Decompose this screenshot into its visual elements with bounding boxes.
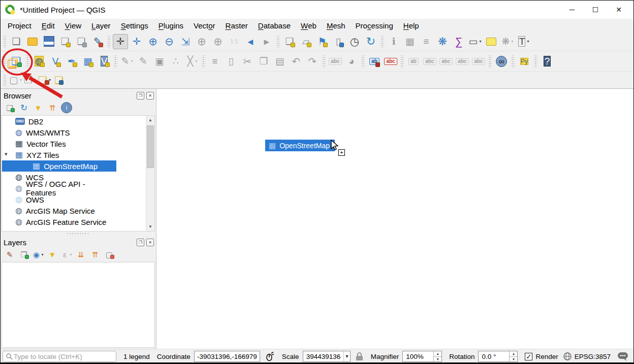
zoom-last-button[interactable]: ◀ [243,34,258,49]
magnifier-spinbox[interactable]: 100% ▲▼ [402,351,442,362]
menu-processing[interactable]: Processing [351,19,398,32]
spin-down-icon[interactable]: ▼ [434,357,441,362]
dropdown-arrow-icon[interactable]: ▾ [527,39,529,44]
new-spatial-bookmark-button[interactable]: ❏ [282,34,297,49]
remove-layer-group-button[interactable]: ▢ [103,249,115,260]
zoom-in-button[interactable]: ⊕ [145,34,161,49]
scrollbar-thumb[interactable] [147,125,154,168]
menu-edit[interactable]: Edit [37,19,60,32]
crs-status-button[interactable]: EPSG:3857 [575,353,611,360]
refresh-map-button[interactable]: ↻ [363,34,378,49]
open-project-button[interactable] [25,34,40,49]
messages-icon[interactable] [617,352,628,361]
browser-item-wms-wmts[interactable]: ◍WMS/WMTS [2,127,116,138]
expander-icon[interactable]: ▾ [5,151,8,157]
new-print-layout-button[interactable]: ❏ [57,34,73,49]
browser-float-button[interactable]: ❐ [137,92,144,100]
deselect-features-from-all-layers-button[interactable]: ❏▾ [38,74,51,87]
open-layer-styling-panel-button[interactable]: ✎ [4,249,16,260]
add-group-button[interactable]: ❐ [18,249,30,260]
dropdown-arrow-icon[interactable]: ▾ [34,78,36,82]
new-shapefile-layer-button[interactable]: V [48,54,63,69]
browser-scrollbar[interactable]: ▲ ▼ [146,116,154,231]
python-console-button[interactable]: Py [517,54,532,69]
dropdown-arrow-icon[interactable]: ▾ [20,78,22,82]
extents-toggle-icon[interactable] [265,351,275,361]
new-project-button[interactable]: ❏ [9,34,24,49]
locator-input[interactable] [13,352,116,361]
help-contents-button[interactable]: ? [540,54,555,69]
dropdown-arrow-icon[interactable]: ▾ [195,59,197,63]
browser-item-arcgis-map-service[interactable]: ◍ArcGIS Map Service [2,205,116,216]
zoom-full-button[interactable]: ⇲ [178,34,193,49]
browser-item-db2[interactable]: DB2DB2 [2,116,116,127]
statistical-summary-button[interactable]: ∑ [451,34,466,49]
spin-up-icon[interactable]: ▲ [434,351,441,357]
browser-item-wfs-ogc-api-features[interactable]: ◍WFS / OGC API - Features [2,183,116,194]
layers-close-button[interactable]: ✕ [146,239,154,246]
dropdown-arrow-icon[interactable]: ▾ [70,252,72,257]
browser-refresh-button[interactable]: ↻ [18,102,30,113]
text-annotation-button[interactable]: T▾ [516,34,531,49]
browser-filter-button[interactable]: ▼ [32,102,44,113]
render-checkbox[interactable]: ✓ Render [525,353,558,360]
zoom-out-button[interactable]: ⊖ [162,34,177,49]
menu-database[interactable]: Database [253,19,296,32]
browser-item-openstreetmap[interactable]: ▦OpenStreetMap [2,160,116,172]
menu-plugins[interactable]: Plugins [153,19,188,32]
menu-settings[interactable]: Settings [116,19,153,32]
menu-raster[interactable]: Raster [220,19,253,32]
layers-list-empty[interactable] [2,262,155,348]
new-geopackage-layer-button[interactable]: ◍ [31,54,47,69]
menu-project[interactable]: Project [3,19,37,32]
browser-item-xyz-tiles[interactable]: ▾▦XYZ Tiles [2,149,116,160]
maximize-button[interactable]: ☐ [584,1,607,19]
dropdown-arrow-icon[interactable]: ▾ [479,39,481,44]
manage-map-themes-button[interactable]: ◉▾ [32,249,44,260]
menu-view[interactable]: View [60,19,87,32]
expand-all-layers-button[interactable]: ⇊ [75,249,87,260]
menu-mesh[interactable]: Mesh [322,19,351,32]
rotation-spinbox[interactable]: 0.0 ° ▲▼ [478,351,518,362]
collapse-all-layers-button[interactable]: ⇈ [89,249,101,260]
show-bookmarks-button[interactable]: ▯ [331,34,346,49]
style-manager-button[interactable]: ✎ [90,34,105,49]
dropdown-arrow-icon[interactable]: ▾ [41,252,43,257]
layer-labeling-options-button[interactable]: ab [367,54,382,69]
filter-legend-button[interactable]: ▼ [46,249,58,260]
spin-up-icon[interactable]: ▲ [510,351,517,357]
map-tips-button[interactable] [484,34,499,49]
measure-line-button[interactable]: ▭▾ [467,34,483,49]
layers-float-button[interactable]: ❐ [137,239,144,246]
menu-vector[interactable]: Vector [188,19,220,32]
dropdown-arrow-icon[interactable]: ▾ [131,59,133,63]
menu-web[interactable]: Web [296,19,322,32]
lock-scale-icon[interactable] [355,352,364,361]
processing-toolbox-button[interactable]: ❋ [435,34,450,49]
browser-close-button[interactable]: ✕ [146,92,154,100]
menu-layer[interactable]: Layer [86,19,116,32]
new-virtual-layer-button[interactable]: ▦ [80,54,96,69]
dropdown-arrow-icon[interactable]: ▾ [511,39,513,44]
layer-diagram-options-button[interactable]: abc [383,54,398,69]
browser-item-vector-tiles[interactable]: ▦Vector Tiles [2,138,116,149]
temporal-controller-panel-button[interactable]: ◷ [347,34,362,49]
minimize-button[interactable]: ─ [560,1,584,19]
chevron-down-icon[interactable]: ▼ [343,351,350,361]
show-layout-manager-button[interactable]: ❏ [74,34,89,49]
open-data-source-manager-button[interactable]: ❏ [9,54,24,69]
panel-splitter[interactable] [1,231,156,236]
coordinate-input[interactable] [194,351,260,362]
map-canvas[interactable]: ▦ OpenStreetMap + [156,89,633,349]
pan-map-button[interactable]: ✛ [113,34,128,49]
scroll-down-icon[interactable]: ▼ [146,222,154,231]
close-button[interactable]: ✕ [607,1,630,19]
select-features-by-value-button[interactable]: ❏ [52,74,66,87]
save-project-button[interactable]: ▬ [41,34,56,49]
new-temporary-scratch-layer-button[interactable]: V [97,54,112,69]
locator-search[interactable] [3,351,116,362]
scroll-up-icon[interactable]: ▲ [146,116,154,124]
scale-combobox[interactable]: 394439136 ▼ [303,351,351,362]
spin-down-icon[interactable]: ▼ [510,357,517,362]
metasearch-catalog-client-button[interactable]: ∞ [494,54,509,69]
